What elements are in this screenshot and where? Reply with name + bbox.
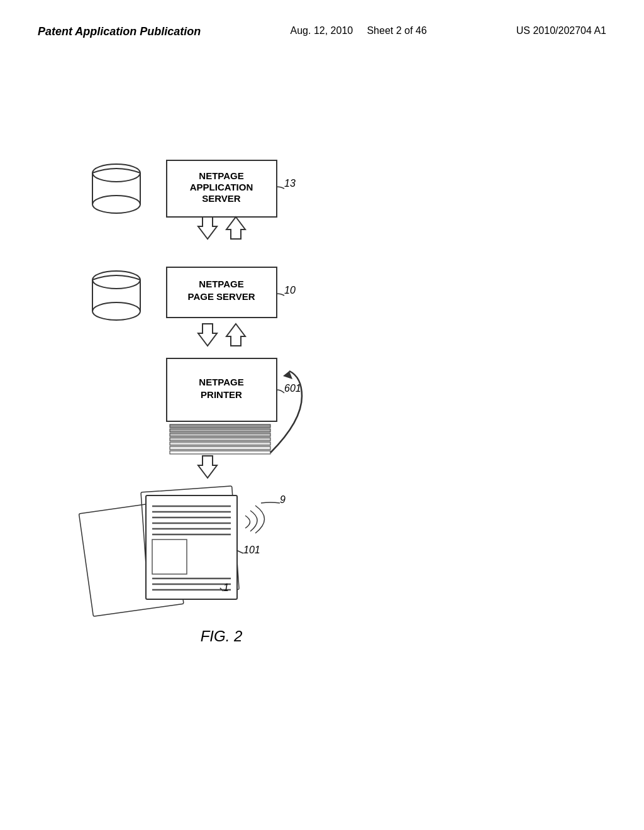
app-server-label2: APPLICATION	[190, 182, 253, 192]
page-header: Patent Application Publication Aug. 12, …	[0, 25, 644, 38]
ref-9: 9	[280, 494, 286, 505]
svg-point-8	[92, 302, 140, 320]
svg-rect-18	[170, 438, 270, 441]
printer-label1: NETPAGE	[199, 377, 243, 387]
svg-point-1	[92, 196, 140, 213]
svg-marker-5	[198, 217, 217, 239]
page-server-label2: PAGE SERVER	[188, 291, 255, 302]
svg-marker-12	[198, 324, 217, 346]
header-sheet: Sheet 2 of 46	[367, 25, 426, 36]
svg-marker-23	[198, 456, 217, 478]
header-patent-number: US 2010/202704 A1	[516, 25, 606, 36]
ref-10: 10	[284, 285, 296, 296]
app-server-label1: NETPAGE	[199, 170, 243, 181]
diagram-svg: NETPAGE APPLICATION SERVER 13 NETPAGE PA…	[0, 63, 644, 817]
ref-13: 13	[284, 178, 296, 189]
ref-1: 1	[223, 582, 229, 593]
svg-rect-20	[170, 446, 270, 450]
figure-label: FIG. 2	[201, 628, 243, 645]
svg-marker-6	[226, 217, 245, 239]
ref-101: 101	[243, 545, 260, 555]
svg-point-7	[92, 271, 140, 289]
svg-rect-15	[170, 424, 270, 428]
app-server-label3: SERVER	[202, 193, 241, 204]
svg-rect-17	[170, 433, 270, 436]
header-center: Aug. 12, 2010 Sheet 2 of 46	[291, 25, 427, 36]
page-server-label1: NETPAGE	[199, 279, 243, 289]
svg-rect-19	[170, 442, 270, 445]
ref-601: 601	[284, 383, 301, 394]
header-date: Aug. 12, 2010	[291, 25, 353, 36]
printer-label2: PRINTER	[201, 389, 242, 400]
svg-rect-16	[170, 429, 270, 432]
svg-rect-21	[170, 451, 270, 454]
svg-point-0	[92, 164, 140, 182]
header-publication-label: Patent Application Publication	[38, 25, 201, 38]
svg-marker-13	[226, 324, 245, 346]
